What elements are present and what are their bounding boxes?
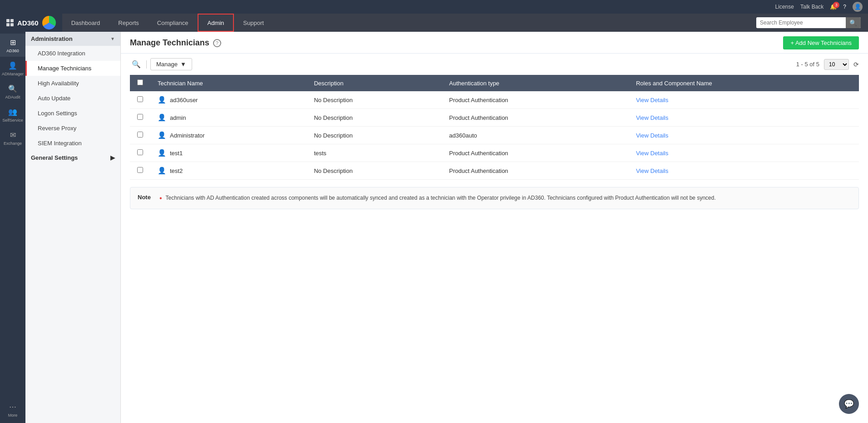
per-page-select[interactable]: 10 25 50 100 — [824, 59, 849, 70]
general-section: General Settings ▶ — [25, 151, 120, 165]
tab-reports[interactable]: Reports — [109, 14, 148, 32]
tab-admin[interactable]: Admin — [198, 14, 234, 32]
select-all-header — [130, 75, 150, 91]
chevron-right-icon: ▶ — [110, 154, 115, 161]
row-link-0: View Details — [629, 91, 859, 109]
row-checkbox-1 — [130, 109, 150, 127]
col-header-description: Description — [307, 75, 442, 91]
sidebar-icon-selfservice[interactable]: 👥 SelfService — [0, 103, 25, 126]
row-checkbox-4 — [130, 162, 150, 180]
view-details-link-2[interactable]: View Details — [636, 132, 668, 139]
row-link-1: View Details — [629, 109, 859, 127]
search-button[interactable]: 🔍 — [846, 17, 861, 28]
page-title-wrap: Manage Technicians ? — [130, 38, 221, 48]
bell-badge: 3 — [833, 2, 839, 8]
help-circle-icon[interactable]: ? — [213, 39, 221, 47]
manage-dropdown-button[interactable]: Manage ▼ — [150, 58, 192, 70]
talkback-link[interactable]: Talk Back — [800, 4, 823, 10]
sidebar-item-reverse-proxy[interactable]: Reverse Proxy — [25, 121, 120, 136]
row-select-checkbox-0[interactable] — [137, 96, 143, 102]
logo-text: AD360 — [17, 19, 39, 27]
sidebar-item-manage-technicians[interactable]: Manage Technicians — [25, 61, 120, 76]
row-select-checkbox-1[interactable] — [137, 114, 143, 120]
sub-sidebar: Administration ▼ AD360 Integration Manag… — [25, 32, 121, 423]
user-icon: 👤 — [8, 60, 18, 70]
nav-search-wrap: 🔍 — [756, 17, 861, 28]
note-bullet: • — [159, 194, 162, 202]
notification-bell[interactable]: 🔔 3 — [830, 4, 837, 10]
divider — [146, 60, 147, 69]
technician-name: test2 — [170, 167, 183, 174]
technician-name: admin — [170, 114, 186, 121]
person-icon: 👤 — [158, 167, 166, 175]
tab-dashboard[interactable]: Dashboard — [62, 14, 109, 32]
table-row: 👤 test1 tests Product Authentication Vie… — [130, 144, 859, 162]
view-details-link-1[interactable]: View Details — [636, 114, 668, 121]
audit-icon: 🔍 — [8, 84, 18, 93]
main-layout: ⊞ AD360 👤 ADManager 🔍 ADAudit 👥 SelfServ… — [0, 32, 868, 423]
table-search-button[interactable]: 🔍 — [130, 58, 143, 70]
note-text: Technicians with AD Authentication creat… — [166, 194, 716, 202]
row-auth-1: Product Authentication — [442, 109, 629, 127]
sidebar-item-auto-update[interactable]: Auto Update — [25, 91, 120, 106]
user-avatar[interactable]: 👤 — [853, 2, 863, 12]
sidebar-icon-more[interactable]: ⋯ More — [0, 396, 25, 423]
col-header-auth: Authentication type — [442, 75, 629, 91]
fab-corner-button[interactable]: 💬 — [839, 394, 859, 414]
view-details-link-0[interactable]: View Details — [636, 97, 668, 103]
row-name-4: 👤 test2 — [150, 162, 307, 180]
table-row: 👤 Administrator No Description ad360auto… — [130, 127, 859, 144]
row-description-1: No Description — [307, 109, 442, 127]
row-checkbox-0 — [130, 91, 150, 109]
table-header-row: Technician Name Description Authenticati… — [130, 75, 859, 91]
search-input[interactable] — [756, 18, 846, 28]
sidebar-label-admanager: ADManager — [2, 72, 24, 76]
row-description-4: No Description — [307, 162, 442, 180]
view-details-link-3[interactable]: View Details — [636, 150, 668, 157]
grid-icon — [6, 19, 14, 26]
admin-section-header[interactable]: Administration ▼ — [25, 32, 120, 46]
row-select-checkbox-4[interactable] — [137, 167, 143, 173]
logo-wrap: AD360 — [0, 14, 62, 32]
row-link-4: View Details — [629, 162, 859, 180]
icon-sidebar: ⊞ AD360 👤 ADManager 🔍 ADAudit 👥 SelfServ… — [0, 32, 25, 423]
tab-compliance[interactable]: Compliance — [148, 14, 198, 32]
content-area: Manage Technicians ? + Add New Technicia… — [121, 32, 868, 423]
refresh-button[interactable]: ⟳ — [853, 61, 859, 68]
table-container: Technician Name Description Authenticati… — [121, 75, 868, 180]
chat-icon: 💬 — [844, 399, 854, 409]
sidebar-item-ad360integration[interactable]: AD360 Integration — [25, 46, 120, 61]
topbar: License Talk Back 🔔 3 ? 👤 — [0, 0, 868, 14]
add-new-technicians-button[interactable]: + Add New Technicians — [783, 36, 859, 49]
row-select-checkbox-2[interactable] — [137, 132, 143, 138]
tab-support[interactable]: Support — [234, 14, 273, 32]
sidebar-item-logon-settings[interactable]: Logon Settings — [25, 106, 120, 121]
selfservice-icon: 👥 — [8, 107, 18, 117]
help-icon[interactable]: ? — [843, 4, 846, 10]
row-checkbox-2 — [130, 127, 150, 144]
note-area: Note • Technicians with AD Authenticatio… — [130, 187, 859, 209]
row-link-3: View Details — [629, 144, 859, 162]
sidebar-icon-admanager[interactable]: 👤 ADManager — [0, 57, 25, 80]
navbar: AD360 Dashboard Reports Compliance Admin… — [0, 14, 868, 32]
sidebar-item-high-availability[interactable]: High Availability — [25, 76, 120, 91]
content-header: Manage Technicians ? + Add New Technicia… — [121, 32, 868, 54]
sidebar-label-adaudit: ADAudit — [5, 95, 20, 99]
sidebar-icon-ad360[interactable]: ⊞ AD360 — [0, 34, 25, 57]
view-details-link-4[interactable]: View Details — [636, 167, 668, 174]
row-select-checkbox-3[interactable] — [137, 149, 143, 155]
license-link[interactable]: License — [775, 4, 794, 10]
technician-name: ad360user — [170, 97, 198, 103]
select-all-checkbox[interactable] — [137, 79, 143, 85]
row-checkbox-3 — [130, 144, 150, 162]
row-link-2: View Details — [629, 127, 859, 144]
row-auth-3: Product Authentication — [442, 144, 629, 162]
sidebar-icon-exchange[interactable]: ✉ Exchange — [0, 126, 25, 149]
note-label: Note — [138, 194, 156, 201]
sidebar-item-siem-integration[interactable]: SIEM Integration — [25, 136, 120, 151]
sidebar-icon-adaudit[interactable]: 🔍 ADAudit — [0, 80, 25, 103]
col-header-name: Technician Name — [150, 75, 307, 91]
admin-section: Administration ▼ AD360 Integration Manag… — [25, 32, 120, 151]
general-section-header[interactable]: General Settings ▶ — [25, 151, 120, 165]
person-icon: 👤 — [158, 149, 166, 157]
